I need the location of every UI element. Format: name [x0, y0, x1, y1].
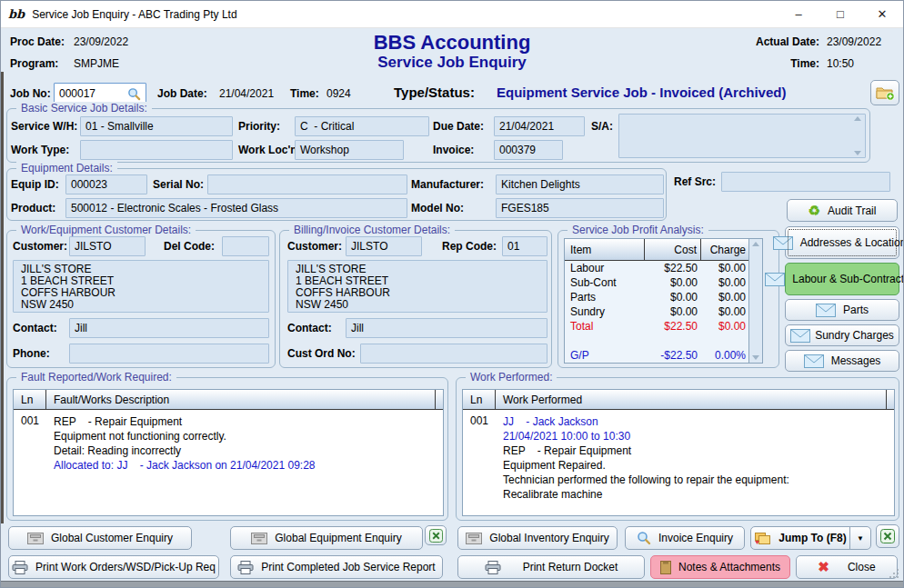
- billing-customer-address[interactable]: JILL'S STORE 1 BEACH STREET COFFS HARBOU…: [287, 260, 547, 313]
- product-field[interactable]: 500012 - Electronic Scales - Frosted Gla…: [65, 198, 407, 218]
- profit-row-parts: Parts$0.00$0.00: [565, 290, 762, 304]
- cust-ord-no-label: Cust Ord No:: [287, 347, 356, 360]
- profit-col-charge: Charge: [701, 239, 749, 260]
- work-col-desc: Work Performed: [496, 390, 886, 409]
- actual-date-label: Actual Date:: [756, 35, 819, 48]
- minimize-button[interactable]: –: [778, 1, 819, 27]
- jump-to-label: Jump To (F8): [778, 532, 846, 544]
- del-code-label: Del Code:: [164, 240, 215, 253]
- fault-scrollbar[interactable]: [435, 390, 443, 409]
- billing-customer-group: Billing/Invoice Customer Details: Custom…: [279, 230, 552, 368]
- job-date-value: 21/04/2021: [219, 87, 274, 100]
- work-locn-field[interactable]: Workshop: [295, 140, 404, 160]
- serial-no-field[interactable]: [207, 174, 407, 194]
- job-time-value: 0924: [326, 87, 351, 100]
- sundry-charges-button[interactable]: Sundry Charges: [785, 324, 899, 346]
- work-contact-field[interactable]: Jill: [69, 318, 269, 338]
- work-customer-title: Work/Equipment Customer Details:: [16, 224, 196, 236]
- profit-scrollbar[interactable]: [748, 239, 762, 363]
- printer-icon: [12, 561, 28, 574]
- export-excel-button-2[interactable]: [876, 524, 899, 548]
- actual-time-value: 10:50: [827, 57, 894, 70]
- invoice-field[interactable]: 000379: [494, 140, 563, 160]
- global-equipment-enquiry-button[interactable]: Global Equipment Enquiry: [230, 526, 423, 550]
- equip-id-field[interactable]: 000023: [65, 174, 147, 194]
- labour-subcontractors-button[interactable]: Labour & Sub-Contractors: [785, 263, 899, 295]
- global-inventory-enquiry-button[interactable]: Global Inventory Enquiry: [457, 526, 618, 550]
- phone-field[interactable]: [69, 344, 269, 364]
- due-date-field[interactable]: 21/04/2021: [494, 116, 585, 136]
- open-job-button[interactable]: [870, 80, 899, 105]
- maximize-button[interactable]: □: [819, 1, 861, 27]
- notes-attachments-label: Notes & Attachments: [678, 561, 780, 573]
- sa-label: S/A:: [591, 120, 613, 133]
- work-customer-field[interactable]: JILSTO: [69, 236, 146, 256]
- archive-drawer-icon: [27, 533, 44, 544]
- work-type-field[interactable]: [80, 140, 233, 160]
- resize-grip[interactable]: [889, 568, 899, 579]
- messages-button[interactable]: Messages: [785, 350, 899, 372]
- scroll-down-icon[interactable]: [854, 151, 861, 155]
- parts-button[interactable]: Parts: [785, 299, 899, 321]
- global-customer-enquiry-button[interactable]: Global Customer Enquiry: [8, 526, 192, 550]
- work-performed-row[interactable]: 001 JJ - Jack Jackson 21/04/2021 10:00 t…: [463, 410, 894, 502]
- work-customer-address[interactable]: JILL'S STORE 1 BEACH STREET COFFS HARBOU…: [13, 260, 269, 313]
- work-line: REP - Repair Equipment: [503, 443, 894, 458]
- phone-label: Phone:: [13, 347, 50, 360]
- print-return-docket-button[interactable]: Print Return Docket: [457, 555, 645, 579]
- close-label: Close: [848, 561, 876, 573]
- notes-attachments-button[interactable]: Notes & Attachments: [650, 555, 790, 579]
- scroll-up-icon[interactable]: [854, 116, 861, 121]
- manufacturer-field[interactable]: Kitchen Delights: [496, 174, 664, 194]
- recycle-icon: ♻: [809, 203, 820, 219]
- close-button[interactable]: ✖ Close: [796, 555, 898, 579]
- addresses-locations-button[interactable]: Addresses & Locations: [785, 226, 899, 259]
- billing-customer-field[interactable]: JILSTO: [346, 236, 422, 256]
- profit-analysis-group: Service Job Profit Analysis: Item Cost C…: [557, 230, 779, 368]
- sa-field[interactable]: [618, 114, 866, 158]
- search-icon[interactable]: [127, 87, 141, 101]
- work-performed-table: Ln Work Performed 001 JJ - Jack Jackson …: [462, 389, 895, 516]
- ref-src-label: Ref Src:: [674, 175, 716, 188]
- sa-scrollbar[interactable]: [852, 116, 863, 155]
- profit-analysis-title: Service Job Profit Analysis:: [568, 224, 708, 236]
- messages-label: Messages: [831, 354, 881, 367]
- fault-allocated-line: Allocated to: JJ - Jack Jackson on 21/04…: [54, 458, 443, 473]
- rep-code-field[interactable]: 01: [502, 236, 547, 256]
- invoice-enquiry-button[interactable]: Invoice Enquiry: [625, 526, 745, 550]
- scroll-down-icon[interactable]: [752, 355, 759, 360]
- profit-row-labour: Labour$22.50$0.00: [565, 261, 762, 275]
- priority-field[interactable]: C - Critical: [295, 116, 429, 136]
- folder-add-icon: [875, 85, 895, 101]
- audit-trail-button[interactable]: ♻ Audit Trail: [787, 199, 898, 222]
- del-code-field[interactable]: [222, 236, 269, 256]
- basic-service-job-details-group: Basic Service Job Details: Service W/H: …: [6, 108, 870, 163]
- actual-date-value: 23/09/2022: [827, 35, 894, 48]
- work-line: Technician performed the following to re…: [503, 473, 894, 487]
- work-line: Recalibrate machine: [503, 487, 894, 502]
- parts-label: Parts: [843, 304, 869, 316]
- print-work-orders-button[interactable]: Print Work Orders/WSD/Pick-Up Req: [8, 555, 219, 579]
- print-return-docket-label: Print Return Docket: [523, 561, 618, 573]
- work-performed-header: Ln Work Performed: [463, 390, 894, 410]
- scroll-up-icon[interactable]: [752, 242, 759, 246]
- fault-row[interactable]: 001 REP - Repair Equipment Equipment not…: [14, 410, 443, 473]
- close-window-button[interactable]: ✕: [861, 1, 903, 27]
- profit-table-header: Item Cost Charge: [565, 239, 762, 261]
- billing-contact-field[interactable]: Jill: [346, 318, 547, 338]
- print-completed-report-button[interactable]: Print Completed Job Service Report: [230, 555, 443, 579]
- model-no-field[interactable]: FGES185: [496, 198, 664, 218]
- printer-icon: [485, 561, 501, 574]
- cust-ord-no-field[interactable]: [360, 344, 547, 364]
- jump-to-dropdown-button[interactable]: ▼: [849, 526, 871, 550]
- service-wh-field[interactable]: 01 - Smallville: [80, 116, 233, 136]
- print-completed-report-label: Print Completed Job Service Report: [261, 561, 435, 573]
- jump-to-button[interactable]: Jump To (F8): [750, 526, 850, 550]
- export-excel-button[interactable]: [425, 525, 447, 545]
- work-scrollbar[interactable]: [886, 390, 894, 409]
- ref-src-field[interactable]: [721, 172, 890, 192]
- excel-export-icon: [429, 529, 443, 543]
- labour-subcontractors-label: Labour & Sub-Contractors: [792, 274, 904, 285]
- notepad-icon: [660, 561, 671, 574]
- profit-col-cost: Cost: [645, 239, 701, 260]
